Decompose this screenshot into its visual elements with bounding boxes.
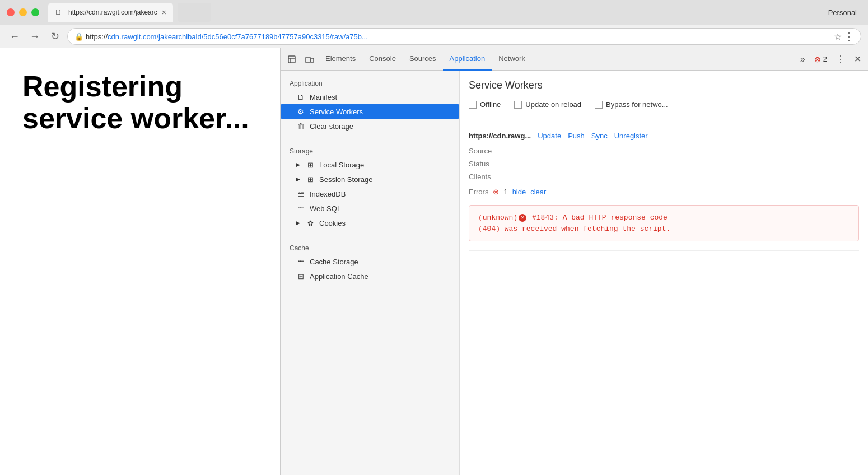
manifest-icon: 🗋: [296, 92, 305, 101]
tab-application[interactable]: Application: [443, 48, 492, 71]
error-circle-small-icon: ⊗: [493, 188, 499, 196]
application-cache-icon: ⊞: [296, 272, 305, 281]
sw-update-action[interactable]: Update: [538, 132, 561, 140]
svg-rect-3: [306, 57, 310, 63]
tab-favicon-icon: 🗋: [55, 8, 64, 17]
more-icon[interactable]: ⋮: [844, 30, 854, 43]
devtools-main-panel: Service Workers Offline Update on reload: [460, 71, 868, 475]
source-value: [522, 147, 859, 155]
bookmark-icon[interactable]: ☆: [834, 31, 842, 42]
device-toolbar-icon[interactable]: [302, 52, 318, 67]
application-section-label: Application: [281, 75, 459, 90]
update-on-reload-checkbox[interactable]: [514, 101, 522, 109]
update-on-reload-option[interactable]: Update on reload: [514, 100, 581, 109]
forward-button[interactable]: →: [27, 29, 43, 44]
storage-section-label: Storage: [281, 143, 459, 157]
sidebar-item-indexeddb[interactable]: 🗃 IndexedDB: [281, 187, 459, 201]
clients-label: Clients: [469, 173, 514, 181]
clients-value: [522, 173, 859, 181]
tab-network[interactable]: Network: [492, 48, 532, 71]
errors-label: Errors: [469, 188, 488, 196]
bypass-for-network-option[interactable]: Bypass for netwo...: [595, 100, 668, 109]
page-heading: Registeringservice worker...: [22, 71, 249, 134]
service-workers-icon: ⚙: [296, 107, 305, 116]
devtools-body: Application 🗋 Manifest ⚙ Service Workers…: [281, 71, 868, 475]
offline-checkbox[interactable]: [469, 101, 477, 109]
tab-placeholder: [178, 3, 211, 22]
indexeddb-icon: 🗃: [296, 189, 305, 198]
address-text: https://cdn.rawgit.com/jakearchibald/5dc…: [86, 32, 829, 41]
sw-push-action[interactable]: Push: [568, 132, 585, 140]
tab-bar: 🗋 https://cdn.rawgit.com/jakearc × Perso…: [48, 3, 861, 22]
nav-bar: ← → ↻ 🔒 https://cdn.rawgit.com/jakearchi…: [0, 25, 868, 48]
offline-option[interactable]: Offline: [469, 100, 501, 109]
sw-errors-row: Errors ⊗ 1 hide clear: [469, 188, 859, 196]
error-count-value: 1: [503, 188, 507, 196]
error-message-box: (unknown)✕ #1843: A bad HTTP response co…: [469, 205, 859, 241]
personal-label: Personal: [828, 8, 857, 17]
inspect-element-icon[interactable]: [284, 52, 300, 67]
devtools-menu-button[interactable]: ⋮: [832, 54, 850, 64]
sidebar-divider-2: [281, 235, 459, 235]
reload-button[interactable]: ↻: [47, 29, 63, 44]
svg-rect-0: [288, 56, 295, 63]
svg-rect-4: [311, 58, 314, 62]
sidebar-item-local-storage[interactable]: ▶ ⊞ Local Storage: [281, 157, 459, 172]
sidebar-item-service-workers[interactable]: ⚙ Service Workers: [281, 104, 459, 119]
cookies-arrow-icon: ▶: [296, 220, 300, 226]
error-message-line1: (unknown)✕ #1843: A bad HTTP response co…: [478, 212, 850, 223]
tab-sources[interactable]: Sources: [403, 48, 443, 71]
cache-section-label: Cache: [281, 240, 459, 254]
sw-unregister-action[interactable]: Unregister: [614, 132, 648, 140]
web-sql-icon: 🗃: [296, 204, 305, 213]
back-button[interactable]: ←: [7, 29, 22, 44]
sidebar-item-application-cache[interactable]: ⊞ Application Cache: [281, 269, 459, 283]
traffic-lights: [7, 8, 39, 16]
error-message-line2: (404) was received when fetching the scr…: [478, 223, 850, 235]
cache-storage-icon: 🗃: [296, 257, 305, 266]
sidebar-item-manifest[interactable]: 🗋 Manifest: [281, 90, 459, 104]
status-value: [522, 160, 859, 168]
sidebar-item-cookies[interactable]: ▶ ✿ Cookies: [281, 216, 459, 230]
close-traffic-light[interactable]: [7, 8, 15, 16]
tab-elements[interactable]: Elements: [319, 48, 362, 71]
sidebar-divider-1: [281, 138, 459, 138]
error-count: 2: [823, 55, 827, 63]
tab-console[interactable]: Console: [362, 48, 403, 71]
minimize-traffic-light[interactable]: [19, 8, 27, 16]
hide-errors-button[interactable]: hide: [512, 188, 526, 196]
sidebar-item-clear-storage[interactable]: 🗑 Clear storage: [281, 119, 459, 133]
sidebar-item-cache-storage[interactable]: 🗃 Cache Storage: [281, 254, 459, 269]
sidebar-item-session-storage[interactable]: ▶ ⊞ Session Storage: [281, 172, 459, 187]
session-storage-arrow-icon: ▶: [296, 176, 300, 182]
error-badge[interactable]: ⊗ 2: [810, 55, 832, 64]
error-circle-icon: ⊗: [814, 55, 821, 64]
source-label: Source: [469, 147, 514, 155]
cookies-icon: ✿: [306, 218, 315, 227]
devtools-panel: Elements Console Sources Application Net…: [280, 48, 868, 475]
title-bar: 🗋 https://cdn.rawgit.com/jakearc × Perso…: [0, 0, 868, 25]
devtools-sidebar: Application 🗋 Manifest ⚙ Service Workers…: [281, 71, 460, 475]
panel-title: Service Workers: [469, 80, 859, 91]
devtools-close-button[interactable]: ✕: [850, 54, 866, 64]
bypass-for-network-checkbox[interactable]: [595, 101, 603, 109]
tab-close-button[interactable]: ×: [162, 8, 166, 17]
clear-errors-button[interactable]: clear: [530, 188, 546, 196]
sidebar-item-web-sql[interactable]: 🗃 Web SQL: [281, 201, 459, 216]
page-content: Registeringservice worker...: [0, 48, 280, 475]
more-tabs-button[interactable]: »: [796, 54, 810, 64]
maximize-traffic-light[interactable]: [31, 8, 39, 16]
content-area: Registeringservice worker...: [0, 48, 868, 475]
error-inline-icon: ✕: [519, 214, 526, 222]
sw-url: https://cdn.rawg...: [469, 132, 531, 140]
clear-storage-icon: 🗑: [296, 122, 305, 131]
address-bar[interactable]: 🔒 https://cdn.rawgit.com/jakearchibald/5…: [67, 28, 861, 45]
sw-url-row: https://cdn.rawg... Update Push Sync Unr…: [469, 132, 859, 140]
devtools-tab-bar: Elements Console Sources Application Net…: [281, 48, 868, 71]
sw-sync-action[interactable]: Sync: [591, 132, 608, 140]
lock-icon: 🔒: [74, 32, 83, 41]
sw-details: Source Status Clients: [469, 147, 859, 181]
status-label: Status: [469, 160, 514, 168]
browser-window: 🗋 https://cdn.rawgit.com/jakearc × Perso…: [0, 0, 868, 475]
active-tab[interactable]: 🗋 https://cdn.rawgit.com/jakearc ×: [48, 3, 173, 22]
